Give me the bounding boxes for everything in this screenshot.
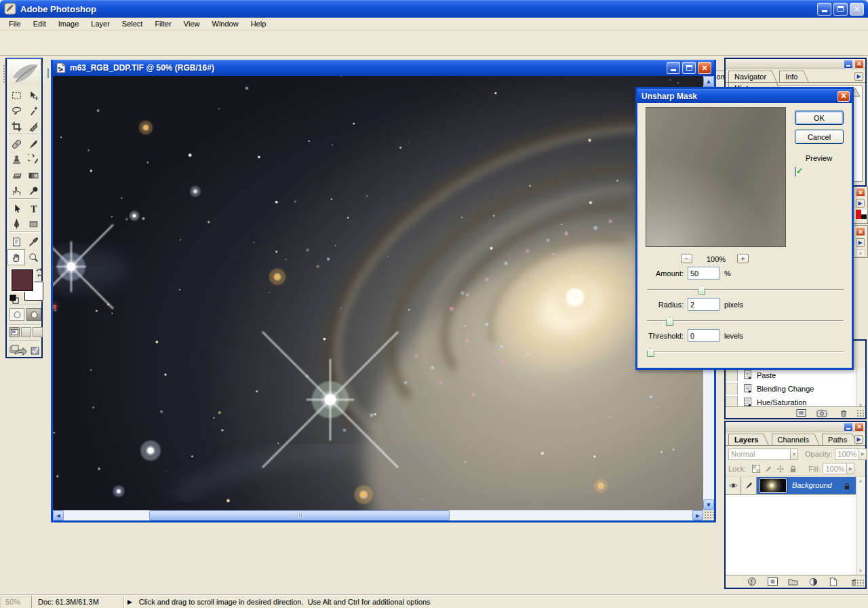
preview-zoom-in-button[interactable]: + <box>737 254 749 263</box>
radius-slider[interactable] <box>647 317 844 326</box>
toolbox-logo[interactable] <box>8 60 40 86</box>
history-brush-source-well[interactable] <box>726 369 738 381</box>
menu-edit[interactable]: Edit <box>27 18 52 29</box>
layer-thumbnail[interactable] <box>760 478 787 493</box>
rectangular-marquee-tool[interactable] <box>8 88 24 102</box>
dodge-tool[interactable] <box>25 183 41 198</box>
menu-select[interactable]: Select <box>116 18 149 29</box>
app-close-button[interactable]: ✕ <box>850 3 864 16</box>
quickmask-mode-button[interactable] <box>26 308 41 321</box>
scroll-right-button[interactable]: ► <box>692 510 703 520</box>
ok-button[interactable]: OK <box>795 111 844 125</box>
lasso-tool[interactable] <box>8 103 24 118</box>
history-scrollbar[interactable]: ▼ <box>856 368 865 409</box>
screen-mode-standard-button[interactable] <box>9 327 20 337</box>
delete-state-button[interactable] <box>837 408 849 418</box>
standard-mode-button[interactable] <box>9 308 24 321</box>
histogram-palette-titlebar[interactable]: ✕ <box>726 59 865 69</box>
history-state-row[interactable]: Paste <box>726 368 856 382</box>
default-colors-icon[interactable] <box>9 294 19 305</box>
doc-resize-grip[interactable] <box>703 510 714 520</box>
status-zoom-field[interactable]: 50% <box>0 596 32 608</box>
doc-horizontal-scrollbar[interactable]: ◄ ► <box>53 510 703 520</box>
lock-position-icon[interactable] <box>774 463 787 474</box>
screen-mode-menubar-button[interactable] <box>21 327 31 337</box>
layer-row-background[interactable]: Background <box>726 477 856 495</box>
amount-slider[interactable] <box>647 286 844 294</box>
edit-in-imageready-button[interactable] <box>9 343 41 358</box>
new-group-button[interactable] <box>787 577 799 587</box>
crop-tool[interactable] <box>8 119 24 134</box>
layers-resize-grip[interactable] <box>856 578 864 586</box>
doc-maximize-button[interactable] <box>682 62 696 74</box>
swatches-scroll-arrow[interactable]: ▲ <box>856 249 865 257</box>
new-adjustment-layer-button[interactable] <box>807 577 819 587</box>
new-document-from-state-button[interactable] <box>795 408 807 418</box>
tab-channels[interactable]: Channels <box>772 434 812 445</box>
smudge-tool[interactable] <box>8 183 24 198</box>
foreground-color-swatch[interactable] <box>12 269 33 291</box>
layers-scrollbar[interactable]: ▲ ▼ <box>856 477 865 575</box>
cancel-button[interactable]: Cancel <box>795 130 844 144</box>
add-layer-mask-button[interactable] <box>766 577 778 587</box>
menu-layer[interactable]: Layer <box>85 18 116 29</box>
radius-input[interactable] <box>688 298 719 311</box>
layers-close-button[interactable]: ✕ <box>854 423 864 432</box>
tab-layers[interactable]: Layers <box>728 434 761 445</box>
history-brush-source-well[interactable] <box>726 383 738 395</box>
palette-minimize-button[interactable] <box>844 60 853 69</box>
layer-style-button[interactable]: f <box>746 577 758 587</box>
layers-palette-titlebar[interactable]: ✕ <box>726 422 865 432</box>
type-tool[interactable]: T <box>25 201 41 216</box>
menu-filter[interactable]: Filter <box>149 18 177 29</box>
layers-scroll-down-arrow[interactable]: ▼ <box>858 568 863 574</box>
slice-tool[interactable] <box>25 119 41 134</box>
scroll-down-button[interactable]: ▼ <box>703 499 714 510</box>
app-titlebar[interactable]: Adobe Photoshop ✕ <box>0 0 868 18</box>
amount-input[interactable] <box>688 267 719 280</box>
eraser-tool[interactable] <box>8 168 24 183</box>
swatches-palette-close-button[interactable]: ✕ <box>856 227 865 236</box>
preview-checkbox[interactable] <box>795 167 796 176</box>
doc-close-button[interactable]: ✕ <box>698 62 711 74</box>
layer-edit-indicator[interactable] <box>741 477 757 494</box>
layers-minimize-button[interactable] <box>844 423 853 432</box>
opacity-field[interactable]: 100% ▶ <box>835 449 867 460</box>
pen-tool[interactable] <box>8 216 24 231</box>
threshold-slider[interactable] <box>647 348 844 357</box>
lock-pixels-icon[interactable] <box>762 463 774 474</box>
layers-scroll-up-arrow[interactable]: ▲ <box>858 478 863 484</box>
history-state-row[interactable]: Blending Change <box>726 382 856 396</box>
scroll-left-button[interactable]: ◄ <box>53 510 64 520</box>
radius-slider-thumb[interactable] <box>666 317 673 326</box>
history-brush-tool[interactable] <box>25 152 41 167</box>
screen-mode-full-button[interactable] <box>33 327 43 337</box>
fill-field[interactable]: 100% ▶ <box>823 463 854 474</box>
shape-tool[interactable] <box>25 216 41 231</box>
layer-visibility-toggle[interactable] <box>726 477 741 494</box>
healing-brush-tool[interactable] <box>8 136 24 151</box>
palette-close-button[interactable]: ✕ <box>854 60 864 69</box>
blend-mode-select[interactable]: Normal ▼ <box>728 449 798 460</box>
notes-tool[interactable] <box>8 234 24 249</box>
brush-tool[interactable] <box>25 136 41 151</box>
clone-stamp-tool[interactable] <box>8 152 24 167</box>
tab-navigator[interactable]: Navigator <box>728 71 769 82</box>
horizontal-scroll-thumb[interactable] <box>149 510 450 520</box>
filter-preview-image[interactable] <box>646 107 786 247</box>
eyedropper-tool[interactable] <box>25 234 41 249</box>
scroll-up-button[interactable]: ▲ <box>703 76 714 87</box>
menu-file[interactable]: File <box>3 18 27 29</box>
move-tool[interactable] <box>25 88 41 102</box>
swatches-palette-menu-button[interactable]: ▶ <box>856 238 865 247</box>
palette-menu-button[interactable]: ▶ <box>854 72 863 81</box>
preview-zoom-out-button[interactable]: − <box>681 254 692 263</box>
swap-colors-icon[interactable] <box>35 268 44 278</box>
new-layer-button[interactable] <box>827 577 840 587</box>
history-resize-grip[interactable] <box>856 408 864 417</box>
zoom-tool[interactable] <box>25 250 41 265</box>
threshold-slider-thumb[interactable] <box>647 348 654 357</box>
doc-minimize-button[interactable] <box>667 62 680 74</box>
app-restore-button[interactable] <box>833 3 848 16</box>
status-menu-arrow[interactable]: ▶ <box>127 598 132 605</box>
